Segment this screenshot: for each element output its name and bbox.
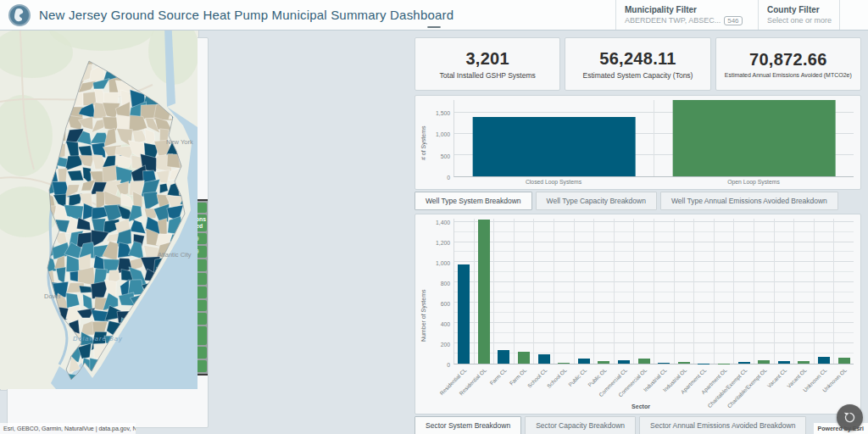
y-tick-label: 600 [441, 300, 450, 306]
plot-area [453, 219, 854, 364]
y-axis-title: Number of Systems [419, 219, 428, 412]
bar-school-ol[interactable] [558, 363, 570, 364]
county-filter-placeholder: Select one or more [767, 16, 831, 25]
bar-commercial-ol[interactable] [638, 359, 650, 364]
kpi-total-systems: 3,201 Total Installed GSHP Systems [415, 37, 560, 91]
y-tick-label: 1,000 [436, 131, 450, 137]
county-filter[interactable]: County Filter Select one or more [758, 0, 839, 30]
refresh-icon [843, 410, 857, 425]
bar-closed-loop-systems[interactable] [472, 117, 636, 177]
map-label: New York [166, 138, 193, 146]
well-type-tabs: Well Type System BreakdownWell Type Capa… [415, 192, 838, 210]
bar-farm-cl[interactable] [498, 350, 509, 364]
kpi-emissions: 70,872.66 Estimated Annual Emissions Avo… [715, 37, 861, 91]
kpi-capacity: 56,248.11 Estimated System Capacity (Ton… [565, 37, 710, 91]
well-type-tab-1[interactable]: Well Type Capacity Breakdown [536, 192, 657, 210]
kpi-capacity-label: Estimated System Capacity (Tons) [583, 71, 693, 80]
hamburger-menu-icon[interactable] [839, 0, 868, 30]
map-canvas[interactable]: New YorkAtlantic CityDoverDelaware Bay [0, 0, 198, 389]
x-tick-label: Closed Loop Systems [526, 179, 581, 185]
bar-public-cl[interactable] [578, 359, 590, 364]
x-axis-title: Sector [428, 403, 854, 412]
bar-vacant-cl[interactable] [778, 361, 790, 364]
map-label: Atlantic City [158, 251, 192, 259]
kpi-total-systems-label: Total Installed GSHP Systems [440, 71, 536, 80]
y-axis: 05001,0001,500 [428, 100, 453, 177]
map-label: Dover [44, 292, 62, 300]
bar-public-ol[interactable] [598, 361, 609, 364]
page-title: New Jersey Ground Source Heat Pump Munic… [39, 8, 615, 22]
well-type-tab-0[interactable]: Well Type System Breakdown [415, 192, 532, 210]
bar-commercial-cl[interactable] [618, 360, 630, 364]
bar-charitable-exempt-cl[interactable] [738, 362, 750, 364]
plot-area [453, 100, 854, 177]
well-type-chart-panel: # of Systems05001,0001,500Closed Loop Sy… [415, 95, 861, 190]
county-filter-label: County Filter [767, 5, 831, 14]
bar-charitable-exempt-ol[interactable] [758, 360, 770, 364]
bar-unknown-cl[interactable] [818, 357, 830, 364]
bar-school-cl[interactable] [538, 354, 550, 364]
y-tick-label: 1,000 [436, 259, 450, 265]
bar-vacant-ol[interactable] [798, 361, 810, 364]
bar-residential-cl[interactable] [458, 264, 470, 364]
municipality-filter[interactable]: Municipality Filter ABERDEEN TWP, ABSEC.… [615, 0, 758, 30]
nj-municipality-map[interactable]: New YorkAtlantic CityDoverDelaware Bay E… [0, 0, 199, 391]
municipality-filter-label: Municipality Filter [625, 5, 749, 14]
y-tick-label: 800 [441, 280, 450, 286]
bar-unknown-ol[interactable] [838, 358, 850, 364]
kpi-emissions-value: 70,872.66 [749, 50, 827, 70]
y-tick-label: 1,500 [436, 110, 450, 116]
map-label: Delaware Bay [73, 335, 123, 342]
bar-industrial-cl[interactable] [658, 363, 670, 364]
bar-industrial-ol[interactable] [678, 362, 690, 364]
y-tick-label: 1,400 [436, 219, 450, 225]
sector-chart-panel: Number of Systems02004006008001,0001,200… [415, 214, 861, 415]
app-header: New Jersey Ground Source Heat Pump Munic… [0, 0, 868, 31]
kpi-emissions-label: Estimated Annual Emissions Avoided (MTCO… [725, 72, 852, 78]
y-tick-label: 400 [441, 320, 450, 326]
y-tick-label: 500 [441, 153, 450, 159]
kpi-capacity-value: 56,248.11 [599, 49, 676, 69]
bar-open-loop-systems[interactable] [672, 100, 836, 176]
y-tick-label: 0 [447, 175, 450, 181]
reset-dashboard-button[interactable] [837, 404, 863, 431]
bar-residential-ol[interactable] [478, 220, 490, 364]
nj-dep-logo-icon [8, 4, 31, 26]
y-tick-label: 200 [441, 341, 450, 347]
x-tick-label: Open Loop Systems [727, 179, 780, 185]
y-axis-title: # of Systems [419, 100, 428, 186]
kpi-total-systems-value: 3,201 [465, 49, 509, 69]
municipality-filter-value: ABERDEEN TWP, ABSEC... [625, 16, 721, 25]
municipality-filter-count-badge: 546 [724, 16, 742, 25]
bar-farm-ol[interactable] [518, 352, 530, 364]
y-axis: 02004006008001,0001,2001,400 [428, 219, 453, 364]
well-type-tab-2[interactable]: Well Type Annual Emissions Avoided Break… [660, 192, 838, 210]
y-tick-label: 1,200 [436, 239, 450, 245]
y-tick-label: 0 [447, 362, 450, 368]
kpi-row: 3,201 Total Installed GSHP Systems 56,24… [415, 37, 861, 91]
